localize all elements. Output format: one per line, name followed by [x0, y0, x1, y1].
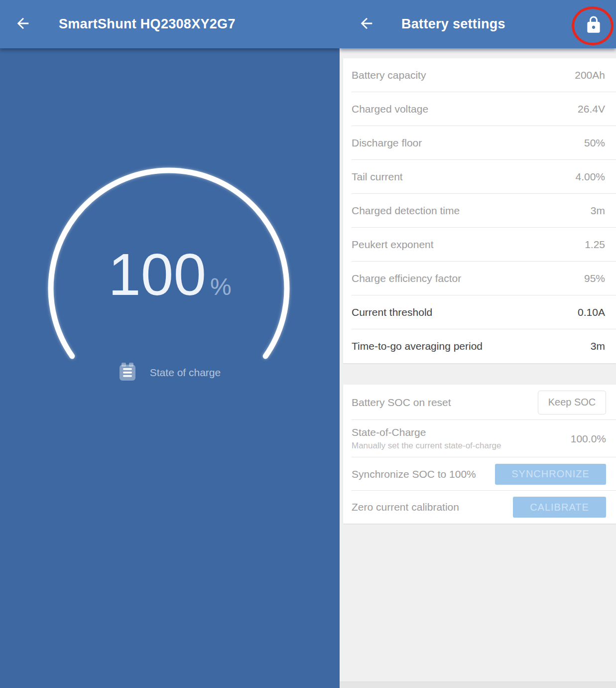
soc-gauge-value: 100 % — [0, 245, 340, 304]
soc-manual-value: 100.0% — [571, 433, 606, 445]
arrow-left-icon — [14, 15, 31, 34]
setting-row-charge-efficiency-factor[interactable]: Charge efficiency factor 95% — [343, 262, 616, 295]
setting-label: Tail current — [352, 171, 403, 183]
soc-gauge-arc — [0, 0, 340, 688]
keep-soc-button[interactable]: Keep SOC — [538, 391, 606, 414]
setting-value: 3m — [591, 205, 605, 217]
soc-actions-card: Battery SOC on reset Keep SOC State-of-C… — [343, 385, 616, 524]
action-row-soc-on-reset: Battery SOC on reset Keep SOC — [343, 385, 616, 420]
arrow-left-icon — [358, 15, 375, 34]
setting-label: Charged detection time — [352, 205, 460, 217]
bottom-strip — [340, 682, 616, 688]
soc-value: 100 — [108, 245, 206, 304]
synchronize-button[interactable]: SYNCHRONIZE — [495, 464, 606, 485]
setting-row-charged-detection-time[interactable]: Charged detection time 3m — [343, 194, 616, 228]
action-label: Battery SOC on reset — [352, 397, 451, 409]
soc-caption-label: State of charge — [150, 367, 221, 379]
action-row-calibrate: Zero current calibration CALIBRATE — [343, 491, 616, 524]
setting-row-current-threshold[interactable]: Current threshold 0.10A — [343, 295, 616, 329]
battery-icon — [119, 362, 136, 383]
battery-settings-panel: Battery settings Battery capacity 200Ah … — [340, 0, 616, 688]
setting-label: Charged voltage — [352, 103, 428, 115]
setting-row-discharge-floor[interactable]: Discharge floor 50% — [343, 126, 616, 160]
settings-back-button[interactable] — [358, 15, 375, 33]
left-app-bar: SmartShunt HQ2308XY2G7 — [0, 0, 340, 48]
back-button[interactable] — [14, 15, 32, 33]
setting-value: 26.4V — [578, 103, 605, 115]
setting-label: Current threshold — [352, 306, 432, 318]
setting-value: 1.25 — [585, 239, 605, 251]
setting-row-battery-capacity[interactable]: Battery capacity 200Ah — [343, 58, 616, 92]
setting-value: 3m — [591, 340, 605, 352]
action-label: State-of-Charge — [352, 426, 501, 438]
lock-icon — [584, 15, 603, 36]
soc-unit: % — [210, 273, 232, 300]
setting-row-tail-current[interactable]: Tail current 4.00% — [343, 160, 616, 194]
action-label: Synchronize SOC to 100% — [352, 468, 476, 480]
action-sublabel: Manually set the current state-of-charge — [352, 441, 501, 451]
calibrate-button[interactable]: CALIBRATE — [513, 497, 606, 518]
action-row-state-of-charge[interactable]: State-of-Charge Manually set the current… — [343, 420, 616, 457]
action-label: Zero current calibration — [352, 501, 459, 513]
setting-value: 50% — [584, 137, 605, 149]
setting-label: Charge efficiency factor — [352, 273, 461, 284]
setting-label: Battery capacity — [352, 69, 426, 81]
setting-row-charged-voltage[interactable]: Charged voltage 26.4V — [343, 92, 616, 126]
setting-row-peukert-exponent[interactable]: Peukert exponent 1.25 — [343, 228, 616, 262]
setting-label: Discharge floor — [352, 137, 422, 149]
device-title: SmartShunt HQ2308XY2G7 — [59, 16, 236, 32]
setting-value: 4.00% — [575, 171, 605, 183]
battery-settings-card: Battery capacity 200Ah Charged voltage 2… — [343, 58, 616, 363]
setting-label: Time-to-go averaging period — [352, 340, 483, 352]
settings-title: Battery settings — [401, 16, 505, 32]
soc-gauge-caption: State of charge — [0, 362, 340, 383]
right-app-bar: Battery settings — [340, 0, 616, 48]
settings-lock-button[interactable] — [584, 15, 604, 37]
setting-value: 95% — [584, 273, 605, 284]
action-row-synchronize: Synchronize SOC to 100% SYNCHRONIZE — [343, 457, 616, 491]
victron-connect-app: SmartShunt HQ2308XY2G7 100 % State of ch… — [0, 0, 616, 688]
action-label-group: State-of-Charge Manually set the current… — [352, 426, 501, 451]
setting-value: 0.10A — [578, 306, 605, 318]
setting-row-time-to-go-averaging[interactable]: Time-to-go averaging period 3m — [343, 329, 616, 363]
device-overview-panel: SmartShunt HQ2308XY2G7 100 % State of ch… — [0, 0, 340, 688]
setting-value: 200Ah — [575, 69, 605, 81]
setting-label: Peukert exponent — [352, 239, 434, 251]
